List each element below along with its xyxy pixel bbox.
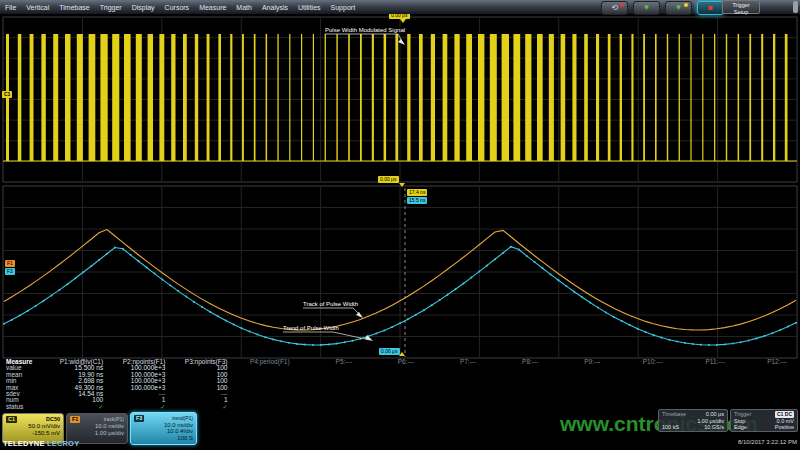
- datetime-display: 8/10/2017 3:22:12 PM: [738, 439, 797, 445]
- menu-cursors[interactable]: Cursors: [160, 4, 195, 11]
- menu-math[interactable]: Math: [231, 4, 257, 11]
- menu-analysis[interactable]: Analysis: [257, 4, 293, 11]
- menu-items: FileVerticalTimebaseTriggerDisplayCursor…: [0, 4, 360, 11]
- logo-sub: LECROY: [47, 439, 79, 448]
- trigger-triangle-mid[interactable]: [399, 183, 405, 187]
- c1-volts-per-div: 50.0 mV/div: [6, 423, 60, 430]
- scrollbar-handle[interactable]: [793, 1, 798, 13]
- f1-horizontal-scale: 1.00 μs/div: [70, 430, 124, 437]
- trigger-box[interactable]: Trigger C1 DC Stop 0.0 mV Edge Positive: [730, 409, 798, 432]
- measure-table: MeasureP1:wid@lv(C1)P2:npoints(F1)P3:npo…: [0, 359, 800, 410]
- annotation-track: Track of Pulse Width: [303, 301, 358, 307]
- f1-vertical-scale: 10.0 ns/div: [70, 423, 124, 430]
- measure-P4-status: [241, 404, 303, 410]
- f1-function: track(P1): [104, 416, 124, 422]
- measure-P2-status: ✓: [116, 404, 178, 410]
- logo-brand: TELEDYNE: [3, 439, 45, 448]
- menu-measure[interactable]: Measure: [194, 4, 231, 11]
- trigger-type: Edge: [734, 424, 747, 431]
- menu-display[interactable]: Display: [127, 4, 160, 11]
- annotation-pwm-signal: Pulse Width Modulated Signal: [325, 27, 405, 33]
- f3-cursor-readout[interactable]: 15.5 ns: [407, 197, 427, 204]
- toolbar-icons: ⟲▼▼■: [601, 1, 724, 15]
- undo-setup-icon[interactable]: ⟲: [601, 1, 628, 15]
- f1-cursor-readout[interactable]: 17.4 ns: [407, 189, 427, 196]
- timebase-rate: 10 GS/s: [704, 424, 724, 431]
- f1-label: F1: [70, 416, 80, 423]
- recall-waveform-icon[interactable]: ▼: [665, 1, 692, 15]
- trigger-triangle-top[interactable]: [400, 19, 406, 23]
- measure-row-label-status: status: [0, 404, 54, 410]
- measure-P9-status: [551, 404, 613, 410]
- cursor-time-readout[interactable]: 0.06 μs: [379, 348, 400, 355]
- menu-trigger[interactable]: Trigger: [95, 4, 127, 11]
- f3-label: F3: [134, 415, 144, 422]
- c1-offset: -150.5 mV: [6, 430, 60, 437]
- timebase-box[interactable]: Timebase 0.00 μs 1.00 μs/div 100 kS 10 G…: [658, 409, 728, 432]
- menu-timebase[interactable]: Timebase: [54, 4, 94, 11]
- save-waveform-icon-glyph: ▼: [634, 2, 659, 13]
- c1-label: C1: [6, 416, 17, 423]
- trigger-triangle-bottom[interactable]: [399, 352, 405, 356]
- menu-vertical[interactable]: Vertical: [21, 4, 54, 11]
- menu-utilities[interactable]: Utilities: [293, 4, 326, 11]
- c1-coupling: DC50: [46, 416, 60, 422]
- f3-function: trend(P1): [172, 415, 193, 421]
- trigger-setup-label-2: Setup: [723, 9, 759, 16]
- menu-support[interactable]: Support: [326, 4, 361, 11]
- measure-P3-status: ✓: [178, 404, 240, 410]
- oscilloscope-screen: FileVerticalTimebaseTriggerDisplayCursor…: [0, 0, 800, 450]
- f3-channel-marker[interactable]: F3: [5, 268, 15, 275]
- menu-file[interactable]: File: [0, 4, 21, 11]
- annotation-trend: Trend of Pulse Width: [283, 325, 339, 331]
- timebase-label: Timebase: [662, 411, 686, 418]
- measure-P5-status: [303, 404, 365, 410]
- teledyne-lecroy-logo: TELEDYNE LECROY: [3, 439, 79, 448]
- f3-sample-count: 100 S: [134, 435, 193, 441]
- trigger-setup-button[interactable]: Trigger Setup: [722, 0, 760, 14]
- f3-descriptor-box[interactable]: F3 trend(P1) 10.0 ns/div 10.0 #/div 100 …: [130, 412, 197, 445]
- record-stop-icon-glyph: ■: [698, 2, 723, 13]
- trigger-slope: Positive: [775, 424, 794, 431]
- f1-channel-marker[interactable]: F1: [5, 260, 15, 267]
- measure-P1-status: ✓: [54, 404, 116, 410]
- measure-P7-status: [427, 404, 489, 410]
- c1-channel-marker[interactable]: C1: [2, 91, 12, 98]
- measure-P8-status: [489, 404, 551, 410]
- trigger-position-marker-mid[interactable]: 0.00 μs: [378, 176, 399, 183]
- save-waveform-icon[interactable]: ▼: [633, 1, 660, 15]
- measure-P6-status: [365, 404, 427, 410]
- timebase-samples: 100 kS: [662, 424, 679, 431]
- record-stop-icon[interactable]: ■: [697, 1, 724, 15]
